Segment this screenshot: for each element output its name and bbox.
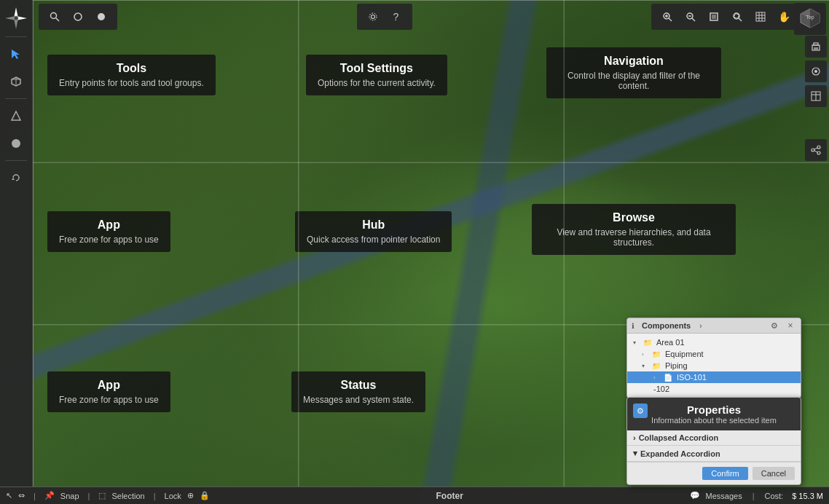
tooltip-app2-title: App (59, 379, 159, 392)
footer-cost-value: $ 15.3 M (792, 492, 823, 500)
svg-point-45 (814, 70, 817, 73)
accordion-collapsed-header[interactable]: › Collapsed Accordion (627, 430, 801, 445)
svg-line-53 (814, 151, 817, 152)
top-cube[interactable]: Top (794, 3, 826, 35)
accordion-expanded: ▾ Expanded Accordion (627, 446, 801, 462)
separator (5, 36, 27, 37)
svg-rect-29 (735, 14, 739, 17)
tree-item-piping[interactable]: ▾ 📁 Piping (627, 360, 801, 371)
accordion-collapsed-label: Collapsed Accordion (639, 433, 719, 442)
footer-selection-label[interactable]: Selection (111, 492, 144, 500)
properties-desc: Information about the selected item (636, 416, 792, 425)
tooltip-navigation-desc: Control the display and filter of the co… (558, 71, 710, 91)
expand-arrow-piping: ▾ (642, 363, 649, 369)
tree-item-area01[interactable]: ▾ 📁 Area 01 (627, 336, 801, 348)
separator3 (5, 160, 27, 161)
properties-panel: Properties Information about the selecte… (626, 397, 801, 485)
folder-icon-piping: 📁 (652, 362, 661, 370)
tooltip-tool-settings-desc: Options for the current activity. (318, 78, 436, 88)
properties-title: Properties (636, 403, 792, 416)
tree-item-iso102[interactable]: -102 (627, 383, 801, 395)
tooltip-app1: App Free zone for apps to use (47, 211, 170, 252)
expand-arrow-area01: ▾ (633, 339, 640, 346)
components-tab[interactable]: Components (637, 320, 695, 331)
paint-button[interactable] (805, 60, 827, 82)
accordion-collapsed-arrow: › (633, 433, 636, 442)
svg-point-50 (812, 149, 814, 151)
pointer-icon[interactable] (3, 41, 29, 67)
table-button[interactable] (805, 85, 827, 107)
svg-marker-5 (12, 50, 20, 59)
tooltip-hub: Hub Quick access from pointer location (295, 211, 452, 252)
footer-right: 💬 Messages | Cost: $ 15.3 M (690, 491, 824, 500)
tree-label-piping: Piping (665, 361, 688, 370)
footer-center: Footer (221, 491, 678, 501)
tree-item-iso101[interactable]: › 📄 ISO-101 (627, 371, 801, 383)
svg-point-51 (817, 151, 820, 154)
tooltip-hub-desc: Quick access from pointer location (307, 235, 440, 245)
footer-snap-label[interactable]: Snap (60, 492, 79, 500)
item-icon-iso101: 📄 (664, 374, 672, 382)
accordion-collapsed: › Collapsed Accordion (627, 430, 801, 446)
tooltip-tools-desc: Entry points for tools and tool groups. (59, 78, 204, 88)
circle-tool-button[interactable] (68, 7, 88, 27)
circle-draw-icon[interactable] (3, 130, 29, 157)
accordion-expanded-label: Expanded Accordion (640, 449, 720, 458)
footer-lock-label: Lock (165, 492, 181, 500)
compass-icon[interactable] (1, 4, 31, 33)
folder-icon-equipment: 📁 (652, 350, 661, 358)
tree-label-equipment: Equipment (665, 350, 704, 358)
svg-rect-42 (814, 43, 818, 45)
separator2 (5, 98, 27, 99)
help-button[interactable]: ? (386, 7, 406, 27)
footer-swap-icon[interactable]: ⇔ (18, 491, 25, 500)
settings-button[interactable] (363, 7, 383, 27)
footer-messages-label[interactable]: Messages (706, 492, 742, 500)
svg-point-10 (12, 139, 20, 148)
svg-line-28 (739, 18, 742, 21)
svg-line-23 (692, 18, 695, 21)
tree-label-iso102: -102 (653, 385, 669, 393)
dot-tool-button[interactable] (91, 7, 111, 27)
full-extent-button[interactable] (704, 7, 724, 27)
tooltip-status-desc: Messages and system state. (303, 395, 414, 405)
tooltip-status-title: Status (303, 379, 414, 392)
cube-3d-icon[interactable] (3, 68, 29, 95)
print-button[interactable] (805, 36, 827, 58)
svg-marker-9 (12, 111, 20, 120)
tooltip-tool-settings-title: Tool Settings (318, 62, 436, 75)
tree-item-equipment[interactable]: › 📁 Equipment (627, 348, 801, 360)
accordion-expanded-arrow: ▾ (633, 449, 637, 458)
tree-label-iso101: ISO-101 (677, 373, 707, 382)
zoom-in-button[interactable] (657, 7, 677, 27)
footer: ↖ ⇔ | 📌 Snap | ⬚ Selection | Lock ⊕ 🔒 Fo… (0, 487, 829, 504)
accordion-expanded-header[interactable]: ▾ Expanded Accordion (627, 446, 801, 461)
tooltip-browse: Browse View and traverse hierarchies, an… (532, 204, 736, 255)
footer-layers-icon[interactable]: ⊕ (187, 491, 194, 500)
properties-gear-button[interactable]: ⚙ (633, 403, 648, 418)
confirm-button[interactable]: Confirm (702, 467, 748, 480)
triangle-draw-icon[interactable] (3, 103, 29, 129)
footer-pointer-icon[interactable]: ↖ (6, 491, 12, 500)
zoom-out-button[interactable] (680, 7, 701, 27)
top-left-tools (39, 4, 117, 30)
svg-point-4 (14, 16, 18, 20)
svg-rect-30 (756, 12, 765, 21)
share-button[interactable] (805, 139, 827, 161)
components-panel: ℹ Components › ⚙ × ▾ 📁 Area 01 › 📁 Equip… (626, 318, 801, 398)
components-settings-icon[interactable]: ⚙ (769, 320, 780, 331)
svg-line-13 (56, 17, 60, 21)
tooltip-browse-desc: View and traverse hierarchies, and data … (543, 227, 724, 248)
pan-button[interactable]: ✋ (774, 7, 794, 27)
components-close-button[interactable]: × (785, 320, 796, 331)
layers-button[interactable] (750, 7, 771, 27)
rotate-icon[interactable] (3, 165, 29, 191)
tooltip-navigation: Navigation Control the display and filte… (546, 47, 721, 98)
panel-wrapper: ℹ Components › ⚙ × ▾ 📁 Area 01 › 📁 Equip… (626, 318, 801, 485)
search-button[interactable] (44, 7, 65, 27)
zoom-window-button[interactable] (727, 7, 747, 27)
cancel-button[interactable]: Cancel (753, 467, 795, 480)
components-tree: ▾ 📁 Area 01 › 📁 Equipment ▾ 📁 Piping › 📄… (627, 334, 801, 398)
tooltip-app1-desc: Free zone for apps to use (59, 235, 159, 245)
tree-label-area01: Area 01 (656, 338, 685, 347)
